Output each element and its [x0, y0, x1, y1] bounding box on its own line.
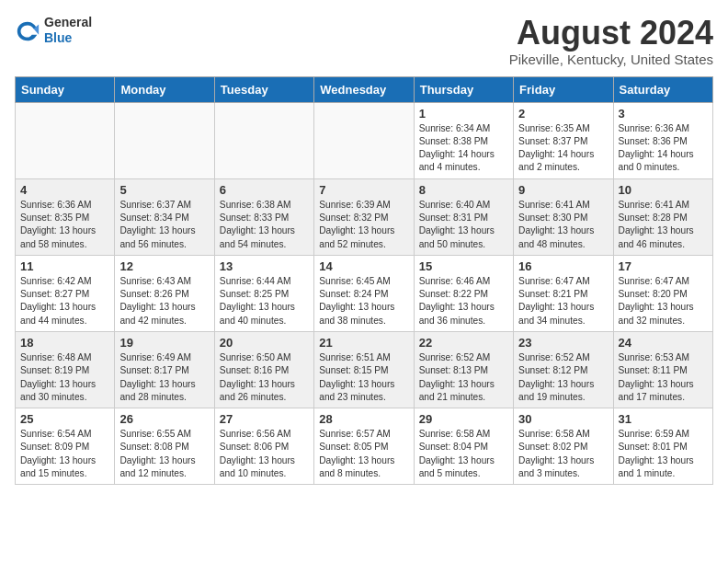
day-header-sunday: Sunday: [16, 76, 115, 102]
day-number: 8: [419, 183, 508, 197]
day-number: 10: [619, 183, 708, 197]
day-info: Sunrise: 6:58 AM Sunset: 8:02 PM Dayligh…: [518, 428, 608, 480]
day-info: Sunrise: 6:35 AM Sunset: 8:37 PM Dayligh…: [518, 122, 608, 175]
day-cell-7: 7Sunrise: 6:39 AM Sunset: 8:32 PM Daylig…: [314, 178, 414, 255]
day-number: 30: [518, 412, 608, 426]
day-number: 28: [319, 412, 408, 426]
day-cell-19: 19Sunrise: 6:49 AM Sunset: 8:17 PM Dayli…: [115, 331, 214, 408]
day-info: Sunrise: 6:36 AM Sunset: 8:35 PM Dayligh…: [20, 199, 109, 251]
day-info: Sunrise: 6:54 AM Sunset: 8:09 PM Dayligh…: [20, 428, 109, 480]
day-info: Sunrise: 6:41 AM Sunset: 8:30 PM Dayligh…: [518, 199, 608, 251]
day-header-saturday: Saturday: [613, 76, 712, 102]
day-info: Sunrise: 6:57 AM Sunset: 8:05 PM Dayligh…: [319, 428, 408, 480]
day-header-monday: Monday: [115, 76, 214, 102]
day-info: Sunrise: 6:58 AM Sunset: 8:04 PM Dayligh…: [419, 428, 508, 480]
day-cell-20: 20Sunrise: 6:50 AM Sunset: 8:16 PM Dayli…: [214, 331, 313, 408]
week-row-4: 18Sunrise: 6:48 AM Sunset: 8:19 PM Dayli…: [16, 331, 713, 408]
day-number: 26: [119, 412, 209, 426]
day-number: 18: [20, 336, 109, 350]
day-number: 25: [20, 412, 109, 426]
day-info: Sunrise: 6:53 AM Sunset: 8:11 PM Dayligh…: [619, 351, 708, 404]
day-cell-15: 15Sunrise: 6:46 AM Sunset: 8:22 PM Dayli…: [414, 255, 513, 331]
day-number: 5: [119, 183, 209, 197]
day-info: Sunrise: 6:34 AM Sunset: 8:38 PM Dayligh…: [419, 122, 508, 175]
day-number: 12: [119, 259, 209, 273]
day-cell-21: 21Sunrise: 6:51 AM Sunset: 8:15 PM Dayli…: [314, 331, 414, 408]
day-number: 20: [220, 336, 309, 350]
day-cell-1: 1Sunrise: 6:34 AM Sunset: 8:38 PM Daylig…: [414, 102, 513, 178]
day-cell-9: 9Sunrise: 6:41 AM Sunset: 8:30 PM Daylig…: [514, 178, 613, 255]
day-number: 11: [20, 259, 109, 273]
day-info: Sunrise: 6:38 AM Sunset: 8:33 PM Dayligh…: [220, 199, 309, 251]
day-number: 24: [619, 336, 708, 350]
day-number: 9: [518, 183, 608, 197]
logo-icon: [15, 17, 40, 43]
calendar-table: SundayMondayTuesdayWednesdayThursdayFrid…: [15, 76, 713, 486]
day-info: Sunrise: 6:43 AM Sunset: 8:26 PM Dayligh…: [119, 275, 209, 327]
empty-cell: [214, 102, 313, 178]
day-number: 1: [419, 107, 508, 121]
day-number: 22: [419, 336, 508, 350]
day-number: 17: [619, 259, 708, 273]
logo-text: General Blue: [44, 15, 92, 46]
day-info: Sunrise: 6:59 AM Sunset: 8:01 PM Dayligh…: [619, 428, 708, 480]
day-cell-12: 12Sunrise: 6:43 AM Sunset: 8:26 PM Dayli…: [115, 255, 214, 331]
day-info: Sunrise: 6:39 AM Sunset: 8:32 PM Dayligh…: [319, 199, 408, 251]
day-cell-27: 27Sunrise: 6:56 AM Sunset: 8:06 PM Dayli…: [214, 408, 313, 485]
title-area: August 2024 Pikeville, Kentucky, United …: [509, 15, 713, 67]
day-cell-22: 22Sunrise: 6:52 AM Sunset: 8:13 PM Dayli…: [414, 331, 513, 408]
day-cell-5: 5Sunrise: 6:37 AM Sunset: 8:34 PM Daylig…: [115, 178, 214, 255]
day-cell-17: 17Sunrise: 6:47 AM Sunset: 8:20 PM Dayli…: [613, 255, 712, 331]
day-cell-2: 2Sunrise: 6:35 AM Sunset: 8:37 PM Daylig…: [514, 102, 613, 178]
day-info: Sunrise: 6:47 AM Sunset: 8:20 PM Dayligh…: [619, 275, 708, 327]
day-number: 14: [319, 259, 408, 273]
day-info: Sunrise: 6:47 AM Sunset: 8:21 PM Dayligh…: [518, 275, 608, 327]
day-number: 29: [419, 412, 508, 426]
day-cell-30: 30Sunrise: 6:58 AM Sunset: 8:02 PM Dayli…: [514, 408, 613, 485]
empty-cell: [314, 102, 414, 178]
day-info: Sunrise: 6:56 AM Sunset: 8:06 PM Dayligh…: [220, 428, 309, 480]
day-cell-23: 23Sunrise: 6:52 AM Sunset: 8:12 PM Dayli…: [514, 331, 613, 408]
day-cell-31: 31Sunrise: 6:59 AM Sunset: 8:01 PM Dayli…: [613, 408, 712, 485]
day-info: Sunrise: 6:42 AM Sunset: 8:27 PM Dayligh…: [20, 275, 109, 327]
calendar-subtitle: Pikeville, Kentucky, United States: [509, 52, 713, 67]
empty-cell: [115, 102, 214, 178]
day-number: 4: [20, 183, 109, 197]
day-number: 23: [518, 336, 608, 350]
day-cell-29: 29Sunrise: 6:58 AM Sunset: 8:04 PM Dayli…: [414, 408, 513, 485]
day-cell-13: 13Sunrise: 6:44 AM Sunset: 8:25 PM Dayli…: [214, 255, 313, 331]
calendar-title: August 2024: [509, 15, 713, 52]
day-cell-10: 10Sunrise: 6:41 AM Sunset: 8:28 PM Dayli…: [613, 178, 712, 255]
day-number: 27: [220, 412, 309, 426]
day-cell-6: 6Sunrise: 6:38 AM Sunset: 8:33 PM Daylig…: [214, 178, 313, 255]
day-number: 15: [419, 259, 508, 273]
day-info: Sunrise: 6:52 AM Sunset: 8:13 PM Dayligh…: [419, 351, 508, 404]
day-info: Sunrise: 6:55 AM Sunset: 8:08 PM Dayligh…: [119, 428, 209, 480]
day-cell-4: 4Sunrise: 6:36 AM Sunset: 8:35 PM Daylig…: [16, 178, 115, 255]
day-cell-18: 18Sunrise: 6:48 AM Sunset: 8:19 PM Dayli…: [16, 331, 115, 408]
day-info: Sunrise: 6:41 AM Sunset: 8:28 PM Dayligh…: [619, 199, 708, 251]
logo: General Blue: [15, 15, 92, 46]
day-number: 21: [319, 336, 408, 350]
day-number: 7: [319, 183, 408, 197]
day-number: 31: [619, 412, 708, 426]
day-info: Sunrise: 6:37 AM Sunset: 8:34 PM Dayligh…: [119, 199, 209, 251]
day-info: Sunrise: 6:44 AM Sunset: 8:25 PM Dayligh…: [220, 275, 309, 327]
day-info: Sunrise: 6:45 AM Sunset: 8:24 PM Dayligh…: [319, 275, 408, 327]
day-info: Sunrise: 6:36 AM Sunset: 8:36 PM Dayligh…: [619, 122, 708, 175]
day-cell-26: 26Sunrise: 6:55 AM Sunset: 8:08 PM Dayli…: [115, 408, 214, 485]
day-info: Sunrise: 6:52 AM Sunset: 8:12 PM Dayligh…: [518, 351, 608, 404]
week-row-1: 1Sunrise: 6:34 AM Sunset: 8:38 PM Daylig…: [16, 102, 713, 178]
day-header-tuesday: Tuesday: [214, 76, 313, 102]
day-number: 2: [518, 107, 608, 121]
week-row-5: 25Sunrise: 6:54 AM Sunset: 8:09 PM Dayli…: [16, 408, 713, 485]
week-row-3: 11Sunrise: 6:42 AM Sunset: 8:27 PM Dayli…: [16, 255, 713, 331]
day-number: 16: [518, 259, 608, 273]
day-number: 19: [119, 336, 209, 350]
day-number: 6: [220, 183, 309, 197]
day-cell-16: 16Sunrise: 6:47 AM Sunset: 8:21 PM Dayli…: [514, 255, 613, 331]
day-cell-3: 3Sunrise: 6:36 AM Sunset: 8:36 PM Daylig…: [613, 102, 712, 178]
day-info: Sunrise: 6:49 AM Sunset: 8:17 PM Dayligh…: [119, 351, 209, 404]
day-header-wednesday: Wednesday: [314, 76, 414, 102]
day-number: 13: [220, 259, 309, 273]
